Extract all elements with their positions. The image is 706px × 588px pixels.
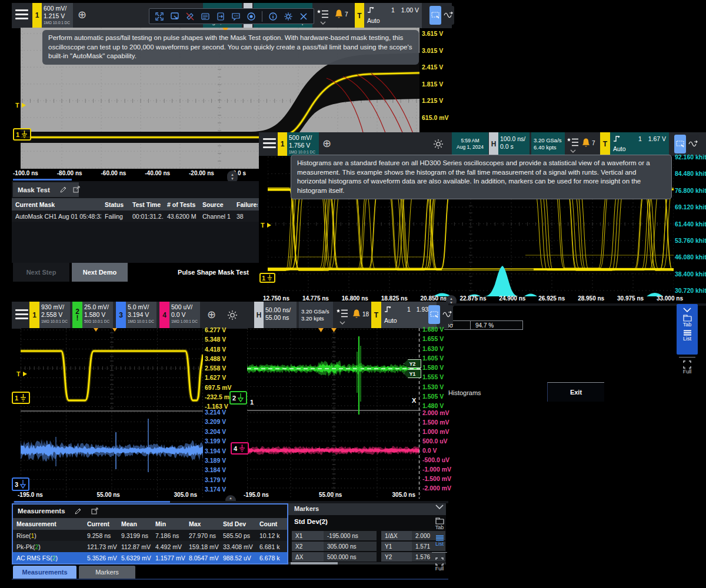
star-list-icon[interactable] — [337, 309, 348, 318]
mask-table-header: Current Mask Status Test Time # of Tests… — [12, 198, 259, 211]
win2-acquisition[interactable]: 3.20 GSa/s 6.40 kpts — [531, 132, 565, 156]
edit-pencil-icon[interactable] — [75, 507, 82, 514]
open-external-icon[interactable] — [73, 186, 80, 193]
zoom-box-icon[interactable] — [674, 135, 686, 153]
next-step-button[interactable]: Next Step — [13, 263, 69, 282]
list-view-button[interactable]: List — [677, 330, 698, 342]
zoom-box-icon[interactable] — [429, 6, 441, 25]
channel2-tab[interactable]: 2! — [72, 302, 82, 329]
exit-button[interactable]: Exit — [547, 382, 604, 402]
win3-left-waveform-display[interactable] — [21, 328, 203, 499]
win2-trigger-settings[interactable]: 1 1.67 V Auto — [610, 132, 669, 156]
star-list-icon[interactable] — [317, 9, 329, 19]
marker-x1[interactable]: X1-195.000 ns — [292, 531, 377, 540]
win2-trigger-level-marker[interactable]: T — [261, 222, 271, 229]
y-axis-label: 1.000 mV — [422, 428, 451, 435]
window-capture-icon[interactable] — [170, 12, 179, 21]
info-icon[interactable] — [268, 12, 278, 21]
open-external-icon[interactable] — [91, 507, 98, 514]
measurement-row[interactable]: Pk-Pk(2) 121.73 mV 112.87 mV 4.492 mV 15… — [13, 541, 287, 552]
tab-view-button[interactable]: Tab — [435, 517, 444, 530]
win1-notifications[interactable]: 7 — [334, 9, 348, 20]
tab-measurements[interactable]: Measurements — [13, 566, 76, 579]
waveform-gen-icon[interactable] — [441, 305, 453, 324]
comment-icon[interactable] — [231, 12, 241, 21]
win2-timebase[interactable]: 100.0 ns/ 0.0 s — [498, 132, 530, 156]
ch2-offset-marker[interactable]: 2 — [229, 391, 247, 405]
win2-ch1-ground-marker[interactable]: 1 — [259, 273, 275, 283]
tab-view-button[interactable]: Tab — [677, 315, 698, 328]
win1-ch1-ground-marker[interactable]: 1 — [13, 128, 31, 141]
channel3-tab[interactable]: 3 — [116, 302, 126, 329]
file-recall-icon[interactable] — [216, 12, 225, 21]
annotation-off-icon[interactable] — [185, 12, 195, 21]
ctrl-alt-del-icon[interactable] — [201, 12, 210, 21]
channel4-tab[interactable]: 4 — [159, 302, 169, 329]
measurement-row[interactable]: Rise(1) 9.258 ns 9.3199 ns 7.186 ns 27.9… — [13, 530, 287, 541]
win2-notifications[interactable]: 7 — [581, 138, 595, 149]
edit-pencil-icon[interactable] — [60, 186, 67, 193]
win1-trigger-level-marker[interactable]: T — [15, 102, 26, 109]
ch3-offset-marker[interactable]: 3 — [12, 477, 29, 491]
marker-dx[interactable]: ΔX500.000 ns — [292, 552, 377, 562]
win2-channel1-tab[interactable]: 1 — [278, 132, 287, 156]
marker-x-badge[interactable]: X — [412, 397, 416, 404]
full-view-button[interactable]: Full — [680, 360, 694, 375]
chevron-down-icon[interactable] — [683, 308, 691, 312]
mask-test-tab[interactable]: Mask Test — [13, 182, 79, 197]
waveform-gen-icon[interactable] — [442, 6, 454, 25]
brightness-sun-icon[interactable] — [433, 139, 444, 149]
add-channel-icon[interactable]: ⊕ — [322, 138, 331, 149]
channel4-info[interactable]: 500 uV/0.0 V1MΩ 1.00:1 DC — [169, 302, 200, 329]
win2-trigger-badge[interactable]: T — [600, 132, 610, 156]
channel1-info[interactable]: 930 mV/2.558 V1MΩ 10.0:1 DC — [39, 302, 70, 329]
markers-scrollbar-thumb[interactable] — [291, 562, 338, 564]
brightness-sun-icon[interactable] — [227, 310, 238, 320]
add-channel-icon[interactable]: ⊕ — [207, 309, 216, 320]
star-list-icon[interactable] — [567, 138, 579, 147]
chevron-down-icon[interactable] — [435, 505, 444, 509]
marker-x2[interactable]: X2305.000 ns — [292, 542, 377, 551]
list-view-button[interactable]: List — [435, 535, 444, 547]
win3-scrollbar-thumb[interactable] — [14, 501, 170, 503]
win3-timebase[interactable]: 50.00 ns/55.00 ns — [264, 302, 297, 329]
hamburger-menu-icon[interactable] — [15, 9, 28, 19]
add-channel-icon[interactable]: ⊕ — [78, 9, 86, 20]
settings-icon[interactable] — [284, 12, 293, 21]
waveform-gen-icon[interactable] — [687, 135, 699, 153]
chevron-down-icon[interactable] — [570, 149, 576, 153]
channel3-info[interactable]: 5.0 mV/3.194 V1MΩ 10.0:1 DC — [126, 302, 156, 329]
chevron-down-icon[interactable] — [320, 21, 326, 25]
win1-trigger-settings[interactable]: 1 1.00 V Auto — [364, 3, 422, 28]
zoom-box-icon[interactable] — [428, 305, 440, 324]
tab-markers[interactable]: Markers — [79, 566, 135, 579]
win3-notifications[interactable]: 18 — [352, 309, 369, 320]
win3-trigger-badge[interactable]: T — [371, 302, 381, 329]
full-view-button[interactable]: Full — [435, 557, 444, 572]
chevron-down-icon[interactable] — [339, 321, 345, 325]
ch1-ground-marker[interactable]: 1 — [12, 392, 30, 404]
channel-offset: 1.756 V — [289, 142, 317, 149]
win3-acquisition[interactable]: 3.20 GSa/s3.20 kpts — [299, 302, 333, 329]
tab-view-icon — [435, 517, 444, 524]
close-icon[interactable] — [299, 12, 308, 21]
win1-trigger-badge[interactable]: T — [355, 3, 364, 28]
win1-channel1-tab[interactable]: 1 — [32, 3, 42, 28]
channel1-tab[interactable]: 1 — [29, 302, 39, 329]
hamburger-menu-icon[interactable] — [15, 309, 28, 319]
win2-channel1-info[interactable]: 500 mV/ 1.756 V 1MΩ 10.0:1 DC — [287, 132, 319, 156]
x-axis-label: -60.00 ns — [101, 170, 126, 176]
win2-clock-chip[interactable]: 5:59 AM Aug 1, 2024 — [452, 132, 488, 156]
win3-trigger-level-marker[interactable]: T — [16, 370, 27, 377]
mask-table-row[interactable]: AutoMask CH1 Aug 01 05:48:33 2... Failin… — [12, 211, 259, 222]
win1-channel1-info[interactable]: 600 mV/ 1.215 V 1MΩ 10.0:1 DC — [42, 3, 73, 28]
fit-screen-icon[interactable] — [155, 12, 164, 21]
record-icon[interactable] — [247, 12, 256, 21]
hamburger-menu-icon[interactable] — [263, 138, 276, 148]
next-demo-button[interactable]: Next Demo — [72, 263, 128, 282]
clock-date: Aug 1, 2024 — [457, 144, 484, 151]
ch4-ground-marker[interactable]: 4 — [231, 442, 249, 455]
win3-right-waveform-display[interactable] — [247, 328, 421, 499]
measurement-row-selected[interactable]: AC RMS FS(2) 5.3526 mV 5.6329 mV 1.1577 … — [13, 552, 287, 563]
channel2-info[interactable]: 25.0 mV/1.580 V50Ω 10.0:1 DC — [82, 302, 113, 329]
